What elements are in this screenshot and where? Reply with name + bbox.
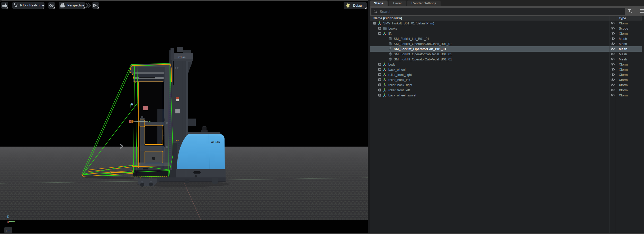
svg-text:Xform: Xform bbox=[619, 88, 628, 92]
svg-text:Xform: Xform bbox=[619, 62, 628, 66]
svg-text:Looks: Looks bbox=[388, 26, 397, 30]
svg-text:Xform: Xform bbox=[619, 21, 628, 25]
svg-text:SM_Forklift_Lift_B01_01: SM_Forklift_Lift_B01_01 bbox=[394, 37, 429, 41]
svg-text:back_wheel: back_wheel bbox=[388, 68, 406, 71]
svg-text:Xform: Xform bbox=[619, 93, 628, 97]
svg-text:Mesh: Mesh bbox=[619, 52, 627, 56]
svg-text:Mesh: Mesh bbox=[619, 47, 627, 51]
svg-text:SM_Forklift_OperatorCabPedal_B: SM_Forklift_OperatorCabPedal_B01_01 bbox=[394, 57, 452, 61]
svg-text:roller_front_right: roller_front_right bbox=[388, 73, 412, 77]
svg-text:Mesh: Mesh bbox=[619, 37, 627, 41]
svg-text:roller_front_left: roller_front_left bbox=[388, 88, 410, 92]
svg-text:Xform: Xform bbox=[619, 68, 628, 71]
svg-text:roller_back_left: roller_back_left bbox=[388, 78, 410, 82]
svg-text:body: body bbox=[388, 62, 396, 66]
svg-text:SM_Forklift_OperatorCabDecal_B: SM_Forklift_OperatorCabDecal_B01_01 bbox=[394, 52, 452, 56]
svg-text:lift: lift bbox=[388, 32, 392, 35]
svg-text:Xform: Xform bbox=[619, 78, 628, 82]
svg-text:roller_back_right: roller_back_right bbox=[388, 83, 412, 87]
svg-text:Xform: Xform bbox=[619, 83, 628, 87]
svg-text:aTLas: aTLas bbox=[178, 56, 186, 59]
svg-text:X: X bbox=[7, 220, 9, 224]
svg-text:Scope: Scope bbox=[619, 26, 628, 30]
svg-text:Xform: Xform bbox=[619, 73, 628, 77]
svg-text:Mesh: Mesh bbox=[619, 57, 627, 61]
svg-text:Y: Y bbox=[13, 220, 15, 224]
svg-text:SM_Forklift_OperatorCab_B01_01: SM_Forklift_OperatorCab_B01_01 bbox=[394, 47, 446, 51]
svg-text:SMV_Forklift_B01_01 (defaultPr: SMV_Forklift_B01_01 (defaultPrim) bbox=[383, 21, 434, 25]
svg-text:back_wheel_swivel: back_wheel_swivel bbox=[388, 93, 416, 97]
svg-text:Xform: Xform bbox=[619, 32, 628, 35]
svg-text:Mesh: Mesh bbox=[619, 42, 627, 46]
svg-text:SM_Forklift_OperatorCabGlass_B: SM_Forklift_OperatorCabGlass_B01_01 bbox=[394, 42, 452, 46]
svg-text:aTLas: aTLas bbox=[211, 140, 220, 143]
svg-text:Z: Z bbox=[7, 214, 9, 218]
